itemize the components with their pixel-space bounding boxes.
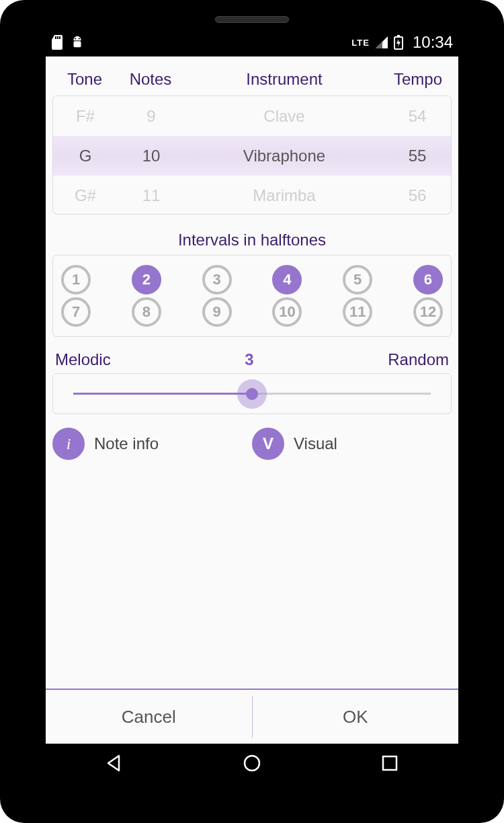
visual-label: Visual bbox=[294, 434, 337, 453]
picker-row-prev[interactable]: F# 9 Clave 54 bbox=[53, 96, 451, 136]
options-row: i Note info V Visual bbox=[52, 428, 452, 460]
nav-back-icon[interactable] bbox=[104, 753, 124, 773]
interval-chip-6[interactable]: 6 bbox=[413, 265, 443, 295]
interval-chip-3[interactable]: 3 bbox=[202, 265, 232, 295]
note-info-label: Note info bbox=[94, 434, 159, 453]
tone-selected: G bbox=[53, 147, 118, 165]
header-tone: Tone bbox=[52, 70, 117, 89]
intervals-label: Intervals in halftones bbox=[46, 231, 458, 249]
interval-chip-7[interactable]: 7 bbox=[61, 297, 91, 327]
svg-rect-0 bbox=[55, 36, 56, 39]
slider-header: Melodic 3 Random bbox=[55, 350, 449, 369]
slider-track-fill bbox=[73, 393, 252, 395]
interval-chip-11[interactable]: 11 bbox=[343, 297, 372, 327]
android-navbar bbox=[46, 744, 458, 783]
slider-value: 3 bbox=[245, 350, 253, 369]
interval-chip-12[interactable]: 12 bbox=[413, 297, 443, 327]
slider-box bbox=[52, 373, 452, 414]
tone-next: G# bbox=[53, 186, 118, 205]
svg-rect-2 bbox=[59, 36, 60, 39]
tone-prev: F# bbox=[53, 107, 118, 126]
dialog-footer: Cancel OK bbox=[46, 689, 458, 744]
header-instrument: Instrument bbox=[184, 70, 384, 89]
notes-prev: 9 bbox=[118, 107, 185, 126]
svg-rect-9 bbox=[383, 756, 396, 770]
interval-chip-8[interactable]: 8 bbox=[132, 297, 161, 327]
android-debug-icon bbox=[70, 35, 85, 50]
tempo-selected: 55 bbox=[384, 147, 451, 165]
slider-thumb[interactable] bbox=[246, 388, 258, 400]
interval-chip-4[interactable]: 4 bbox=[272, 265, 302, 295]
visual-option[interactable]: V Visual bbox=[252, 428, 452, 460]
header-tempo: Tempo bbox=[384, 70, 452, 89]
svg-point-4 bbox=[75, 38, 76, 39]
interval-chip-2[interactable]: 2 bbox=[132, 265, 161, 295]
interval-chip-1[interactable]: 1 bbox=[61, 265, 91, 295]
instrument-next: Marimba bbox=[185, 186, 384, 205]
status-bar: LTE 10:34 bbox=[46, 28, 458, 56]
slider-left-label: Melodic bbox=[55, 350, 111, 369]
notes-next: 11 bbox=[118, 186, 185, 205]
instrument-prev: Clave bbox=[185, 107, 384, 126]
svg-point-8 bbox=[245, 756, 259, 771]
header-notes: Notes bbox=[117, 70, 184, 89]
interval-chip-10[interactable]: 10 bbox=[272, 297, 302, 327]
slider-track[interactable] bbox=[73, 393, 431, 395]
visual-badge[interactable]: V bbox=[252, 428, 284, 460]
app-screen: Tone Notes Instrument Tempo F# 9 Clave 5… bbox=[46, 56, 458, 744]
nav-home-icon[interactable] bbox=[242, 753, 262, 773]
sd-card-icon bbox=[51, 35, 63, 50]
svg-rect-3 bbox=[74, 41, 81, 47]
settings-picker[interactable]: F# 9 Clave 54 G 10 Vibraphone 55 G# 11 M… bbox=[52, 95, 452, 214]
notes-selected: 10 bbox=[118, 147, 185, 165]
note-info-option[interactable]: i Note info bbox=[52, 428, 252, 460]
tempo-prev: 54 bbox=[384, 107, 451, 126]
battery-charging-icon bbox=[394, 35, 403, 50]
picker-row-next[interactable]: G# 11 Marimba 56 bbox=[53, 175, 451, 214]
clock: 10:34 bbox=[413, 33, 453, 52]
tempo-next: 56 bbox=[384, 186, 451, 205]
interval-chip-9[interactable]: 9 bbox=[202, 297, 232, 327]
nav-recent-icon[interactable] bbox=[380, 753, 400, 773]
device-frame: LTE 10:34 Tone Notes Instrument Tempo F#… bbox=[0, 0, 504, 823]
network-label: LTE bbox=[351, 38, 370, 48]
interval-chip-5[interactable]: 5 bbox=[343, 265, 372, 295]
speaker-grill bbox=[215, 16, 289, 23]
svg-rect-7 bbox=[397, 35, 400, 37]
picker-row-selected[interactable]: G 10 Vibraphone 55 bbox=[53, 136, 451, 175]
ok-button[interactable]: OK bbox=[253, 690, 459, 744]
intervals-box: 1 2 3 4 5 6 7 8 9 10 11 12 bbox=[52, 255, 452, 337]
instrument-selected: Vibraphone bbox=[185, 147, 384, 165]
svg-rect-1 bbox=[57, 36, 58, 39]
slider-right-label: Random bbox=[388, 350, 449, 369]
picker-headers: Tone Notes Instrument Tempo bbox=[46, 56, 458, 95]
cancel-button[interactable]: Cancel bbox=[46, 690, 252, 744]
note-info-badge[interactable]: i bbox=[52, 428, 85, 460]
signal-icon bbox=[375, 36, 388, 49]
svg-point-5 bbox=[79, 38, 80, 39]
